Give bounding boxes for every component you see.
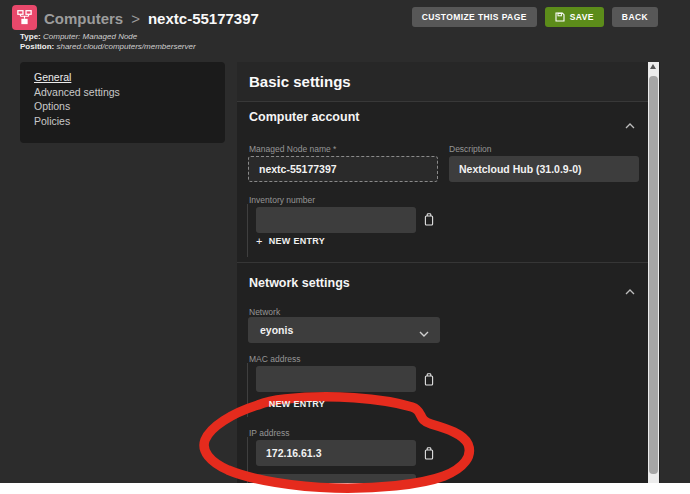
panel-header: Basic settings	[237, 62, 648, 102]
scrollbar-thumb[interactable]	[649, 76, 658, 474]
section-title-network-settings: Network settings	[249, 276, 350, 290]
panel-title: Basic settings	[249, 73, 351, 90]
object-type-line: Type: Computer: Managed Node	[20, 32, 196, 42]
network-selected-value: eyonis	[260, 324, 293, 336]
entry-group-guide	[247, 363, 248, 417]
customize-page-button[interactable]: CUSTOMIZE THIS PAGE	[412, 7, 537, 27]
settings-nav: General Advanced settings Options Polici…	[20, 62, 225, 143]
floppy-disk-icon	[555, 12, 565, 22]
description-label: Description	[449, 144, 492, 154]
save-label: SAVE	[570, 12, 594, 22]
breadcrumb-computers[interactable]: Computers	[44, 10, 123, 27]
page-title: nextc-55177397	[148, 10, 259, 27]
network-label: Network	[249, 307, 280, 317]
new-mac-entry-button[interactable]: + NEW ENTRY	[256, 398, 325, 410]
chevron-up-icon	[625, 123, 635, 129]
plus-icon: +	[256, 235, 263, 247]
panel-scrollbar[interactable]	[648, 62, 659, 483]
back-label: BACK	[622, 12, 648, 22]
entry-group-guide	[247, 437, 248, 483]
delete-ip-entry-button[interactable]	[422, 446, 436, 461]
sidebar-item-options[interactable]: Options	[34, 99, 225, 114]
ip-address-input[interactable]	[256, 440, 416, 466]
network-select[interactable]: eyonis	[248, 317, 440, 343]
sidebar-item-policies[interactable]: Policies	[34, 114, 225, 129]
inventory-number-label: Inventory number	[249, 195, 315, 205]
section-divider	[237, 262, 648, 263]
mac-address-label: MAC address	[249, 354, 301, 364]
scroll-up-arrow-icon[interactable]	[650, 64, 656, 69]
collapse-network-settings[interactable]	[625, 281, 635, 299]
breadcrumb-separator: >	[131, 10, 140, 27]
type-label: Type:	[20, 32, 41, 41]
network-nodes-icon	[16, 9, 33, 26]
chevron-down-icon	[419, 327, 429, 339]
collapse-computer-account[interactable]	[625, 115, 635, 133]
chevron-up-icon	[625, 289, 635, 295]
mac-address-input[interactable]	[256, 366, 416, 392]
customize-page-label: CUSTOMIZE THIS PAGE	[422, 12, 527, 22]
position-value: shared.cloud/computers/memberserver	[56, 42, 195, 51]
sidebar-item-general[interactable]: General	[34, 70, 225, 85]
trash-icon	[423, 446, 435, 460]
toolbar: CUSTOMIZE THIS PAGE SAVE BACK	[412, 7, 658, 27]
ip-address-input-2-partial[interactable]	[256, 474, 416, 483]
delete-inventory-entry-button[interactable]	[422, 212, 436, 227]
plus-icon: +	[256, 398, 263, 410]
object-position-line: Position: shared.cloud/computers/members…	[20, 42, 196, 52]
inventory-number-input[interactable]	[256, 207, 416, 233]
sidebar-item-advanced-settings[interactable]: Advanced settings	[34, 85, 225, 100]
ip-address-label: IP address	[249, 428, 289, 438]
managed-node-name-label: Managed Node name *	[249, 144, 336, 154]
computers-app-icon[interactable]	[12, 5, 37, 30]
description-input[interactable]	[449, 156, 639, 182]
new-entry-label: NEW ENTRY	[269, 399, 325, 409]
trash-icon	[423, 372, 435, 386]
screenshot-root: Computers > nextc-55177397 CUSTOMIZE THI…	[0, 0, 690, 494]
new-inventory-entry-button[interactable]: + NEW ENTRY	[256, 235, 325, 247]
type-value: Computer: Managed Node	[43, 32, 137, 41]
delete-mac-entry-button[interactable]	[422, 372, 436, 387]
breadcrumb: Computers > nextc-55177397	[44, 6, 259, 30]
back-button[interactable]: BACK	[612, 7, 658, 27]
section-title-computer-account: Computer account	[249, 110, 359, 124]
new-entry-label: NEW ENTRY	[269, 236, 325, 246]
position-label: Position:	[20, 42, 54, 51]
entry-group-guide	[247, 204, 248, 257]
save-button[interactable]: SAVE	[545, 7, 604, 27]
managed-node-name-input[interactable]	[248, 156, 438, 182]
basic-settings-panel: Basic settings Computer account Managed …	[237, 62, 660, 483]
page-bottom-margin	[0, 483, 690, 494]
trash-icon	[423, 212, 435, 226]
object-meta: Type: Computer: Managed Node Position: s…	[20, 32, 196, 51]
